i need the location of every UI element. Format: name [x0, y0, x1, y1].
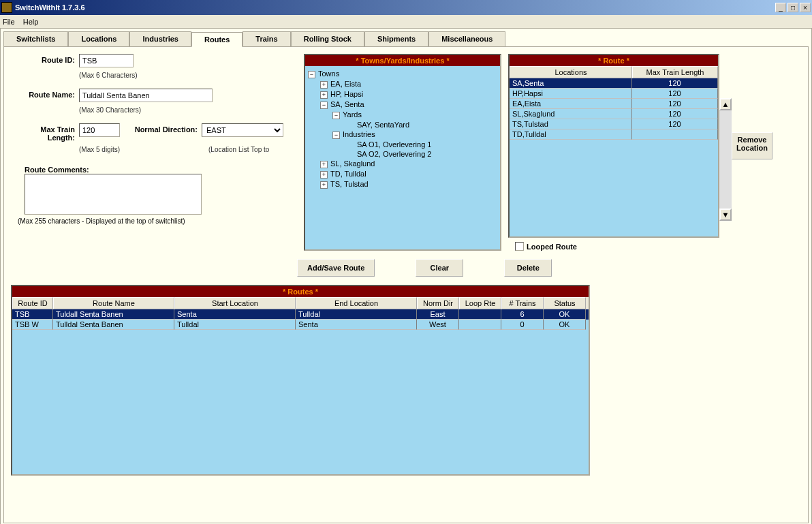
tree-toggle-icon[interactable]: +	[320, 161, 328, 168]
tab-miscellaneous[interactable]: Miscellaneous	[428, 31, 505, 46]
col-route-id[interactable]: Route ID	[12, 297, 53, 309]
tab-industries[interactable]: Industries	[129, 31, 191, 46]
tree-toggle-icon[interactable]: +	[320, 181, 328, 189]
col-maxlen[interactable]: Max Train Length	[632, 66, 718, 78]
routes-row[interactable]: TSB Tuldall Senta Banen Senta Tulldal Ea…	[12, 309, 589, 320]
addsave-route-button[interactable]: Add/Save Route	[297, 259, 375, 277]
looped-route-checkbox[interactable]	[515, 242, 524, 251]
window-title: SwitchWithIt 1.7.3.6	[15, 3, 85, 12]
tree-toggle-icon[interactable]: +	[320, 81, 328, 89]
route-panel-header: * Route *	[510, 55, 718, 66]
col-status[interactable]: Status	[544, 297, 586, 309]
comments-textarea[interactable]	[25, 174, 202, 215]
route-row[interactable]: EA,Eista120	[510, 99, 718, 109]
col-num-trains[interactable]: # Trains	[501, 297, 544, 309]
normal-dir-label: Normal Direction:	[120, 123, 202, 134]
app-icon	[1, 2, 12, 13]
menu-file[interactable]: File	[3, 18, 15, 26]
normal-dir-select[interactable]: EAST	[202, 123, 283, 137]
col-end-location[interactable]: End Location	[296, 297, 417, 309]
route-row[interactable]: SA,Senta120	[510, 78, 718, 89]
delete-button[interactable]: Delete	[504, 259, 552, 277]
route-row[interactable]: SL,Skaglund120	[510, 109, 718, 119]
max-train-input[interactable]	[79, 123, 120, 137]
tab-locations[interactable]: Locations	[68, 31, 129, 46]
menu-help[interactable]: Help	[23, 18, 39, 26]
tree-item[interactable]: SA O1, Overlevering 1	[357, 140, 431, 149]
towns-panel: * Towns/Yards/Industries * −Towns +EA, E…	[304, 54, 501, 251]
col-start-location[interactable]: Start Location	[174, 297, 296, 309]
routes-grid[interactable]: Route ID Route Name Start Location End L…	[12, 297, 589, 474]
tree-item[interactable]: TS, Tulstad	[330, 180, 369, 188]
route-row[interactable]: TD,Tulldal	[510, 129, 718, 140]
routes-list-panel: * Routes * Route ID Route Name Start Loc…	[11, 285, 590, 476]
tree-toggle-icon[interactable]: −	[332, 132, 340, 139]
tree-root[interactable]: Towns	[318, 70, 339, 78]
scroll-up-icon[interactable]: ▲	[719, 98, 732, 110]
tree-item[interactable]: Yards	[343, 110, 362, 119]
close-button[interactable]: ×	[800, 3, 811, 12]
route-row[interactable]: HP,Hapsi120	[510, 89, 718, 99]
tabbar: Switchlists Locations Industries Routes …	[3, 31, 809, 46]
minimize-button[interactable]: _	[775, 3, 786, 12]
max-train-hint: (Max 5 digits)	[79, 146, 120, 153]
comments-hint: (Max 255 characters - Displayed at the t…	[18, 217, 297, 225]
comments-label: Route Comments:	[11, 166, 297, 174]
route-name-input[interactable]	[79, 89, 213, 102]
tree-item[interactable]: HP, Hapsi	[330, 90, 363, 98]
tree-item[interactable]: EA, Eista	[330, 80, 361, 88]
titlebar: SwitchWithIt 1.7.3.6 _ □ ×	[0, 0, 812, 15]
route-id-hint: (Max 6 Characters)	[79, 72, 297, 79]
tree-toggle-icon[interactable]: +	[320, 171, 328, 179]
route-panel: * Route * Locations Max Train Length SA,…	[508, 54, 719, 238]
tree-item[interactable]: SL, Skaglund	[330, 159, 375, 168]
routes-list-header: * Routes *	[12, 286, 589, 297]
col-loop-rte[interactable]: Loop Rte	[459, 297, 501, 309]
scroll-track[interactable]	[719, 110, 732, 209]
tree-item[interactable]: SA O2, Overlevering 2	[357, 150, 431, 158]
tree-item[interactable]: Industries	[343, 130, 375, 138]
towns-tree[interactable]: −Towns +EA, Eista +HP, Hapsi −SA, Senta …	[305, 66, 500, 249]
looped-route-label: Looped Route	[527, 243, 577, 251]
col-norm-dir[interactable]: Norm Dir	[417, 297, 459, 309]
menubar: File Help	[0, 15, 812, 29]
towns-panel-header: * Towns/Yards/Industries *	[305, 55, 500, 66]
col-route-name[interactable]: Route Name	[53, 297, 174, 309]
scroll-down-icon[interactable]: ▼	[719, 209, 732, 221]
tab-switchlists[interactable]: Switchlists	[3, 31, 68, 46]
route-row[interactable]: TS,Tulstad120	[510, 119, 718, 129]
maximize-button[interactable]: □	[787, 3, 798, 12]
route-form: Route ID: (Max 6 Characters) Route Name:…	[11, 54, 297, 251]
normal-dir-hint: (Location List Top to	[208, 146, 269, 153]
tab-rollingstock[interactable]: Rolling Stock	[291, 31, 364, 46]
col-locations[interactable]: Locations	[510, 66, 632, 78]
clear-button[interactable]: Clear	[416, 259, 463, 277]
tree-toggle-icon[interactable]: −	[308, 71, 315, 78]
tree-toggle-icon[interactable]: −	[332, 112, 340, 119]
route-name-hint: (Max 30 Characters)	[79, 106, 297, 114]
tree-item[interactable]: SA, Senta	[330, 100, 364, 108]
route-id-input[interactable]	[79, 54, 134, 67]
tree-toggle-icon[interactable]: −	[320, 102, 328, 109]
tab-routes[interactable]: Routes	[191, 32, 243, 47]
tree-item[interactable]: TD, Tulldal	[330, 170, 366, 178]
tree-item[interactable]: SAY, SentaYard	[357, 121, 409, 129]
remove-location-button[interactable]: Remove Location	[732, 132, 772, 159]
max-train-label: Max Train Length:	[11, 123, 79, 142]
route-grid[interactable]: Locations Max Train Length SA,Senta120 H…	[510, 66, 718, 236]
tab-shipments[interactable]: Shipments	[364, 31, 428, 46]
route-name-label: Route Name:	[11, 89, 79, 99]
tab-trains[interactable]: Trains	[243, 31, 290, 46]
route-id-label: Route ID:	[11, 54, 79, 64]
tree-toggle-icon[interactable]: +	[320, 91, 328, 99]
routes-row[interactable]: TSB W Tulldal Senta Banen Tulldal Senta …	[12, 320, 589, 330]
